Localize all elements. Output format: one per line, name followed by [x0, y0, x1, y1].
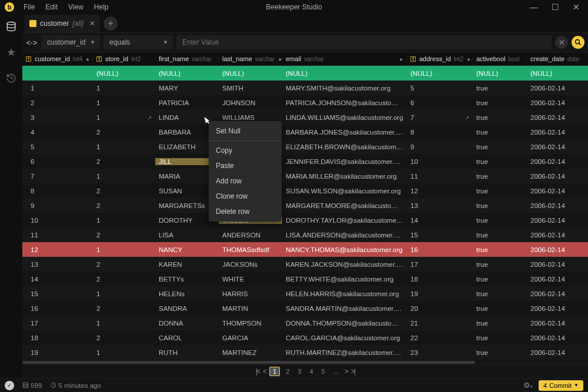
table-cell[interactable]: 11 [407, 173, 473, 180]
context-paste[interactable]: Paste [209, 158, 282, 173]
table-cell[interactable]: 2006-02-14 [527, 232, 580, 239]
table-row[interactable]: 92MARGARETSsMOORESMARGARET.MOORE@sakilac… [22, 198, 588, 213]
table-cell[interactable]: true [473, 217, 527, 224]
table-cell[interactable]: 9 [407, 143, 473, 150]
table-cell[interactable]: BETTYs [155, 276, 219, 283]
table-cell[interactable]: 16 [22, 305, 93, 312]
maximize-icon[interactable]: ☐ [548, 2, 562, 12]
table-cell[interactable]: LINDA.WILLIAMS@sakilacustomer.org [282, 114, 407, 121]
table-cell[interactable]: (NULL) [219, 70, 282, 77]
table-cell[interactable]: 19 [22, 349, 93, 356]
table-cell[interactable]: 1 [93, 246, 155, 253]
table-row[interactable]: (NULL)(NULL)(NULL)(NULL)(NULL)(NULL)(NUL… [22, 66, 588, 81]
table-cell[interactable]: true [473, 158, 527, 165]
commit-button[interactable]: 4 Commit ▼ [539, 380, 583, 391]
column-header-store_id[interactable]: ⚿store_idint2 [93, 55, 155, 62]
star-icon[interactable]: ★ [5, 46, 18, 59]
table-cell[interactable]: (NULL) [155, 70, 219, 77]
table-cell[interactable]: HELEN.HARRIS@sakilacustomer.org [282, 290, 407, 297]
menu-file[interactable]: File [24, 3, 35, 11]
table-cell[interactable]: true [473, 129, 527, 136]
table-cell[interactable]: 2006-02-14 [527, 129, 580, 136]
table-cell[interactable]: CAROL.GARCIA@sakilacustomer.org [282, 334, 407, 341]
table-cell[interactable]: 11 [22, 232, 93, 239]
table-cell[interactable]: JOHNSON [219, 99, 282, 106]
table-cell[interactable]: 2 [93, 202, 155, 209]
table-cell[interactable]: 6 [407, 99, 473, 106]
table-cell[interactable]: true [473, 334, 527, 341]
connection-ok-icon[interactable]: ✓ [5, 381, 14, 390]
history-icon[interactable] [5, 72, 18, 85]
table-cell[interactable]: 2006-02-14 [527, 143, 580, 150]
table-cell[interactable]: 10 [407, 158, 473, 165]
table-cell[interactable]: MARTINEZ [219, 349, 282, 356]
table-cell[interactable]: 19 [407, 290, 473, 297]
table-cell[interactable]: 2 [93, 129, 155, 136]
table-cell[interactable]: 2006-02-14 [527, 305, 580, 312]
table-cell[interactable]: true [473, 173, 527, 180]
table-cell[interactable]: 2 [93, 187, 155, 195]
table-cell[interactable]: RUTH.MARTINEZ@sakilacustomer.org [282, 349, 407, 356]
table-cell[interactable]: 1 [93, 349, 155, 356]
table-cell[interactable]: KAREN [155, 261, 219, 268]
table-cell[interactable]: 2 [93, 276, 155, 283]
table-cell[interactable]: LISA [155, 232, 219, 239]
table-row[interactable]: 182CAROLGARCIACAROL.GARCIA@sakilacustome… [22, 330, 588, 345]
table-cell[interactable]: 2 [93, 305, 155, 312]
table-cell[interactable]: DONNA [155, 320, 219, 327]
apply-filter-button[interactable] [572, 36, 584, 49]
table-cell[interactable]: 2006-02-14 [527, 217, 580, 224]
tab-add-button[interactable]: + [103, 16, 118, 31]
table-cell[interactable]: MARGARET.MOORE@sakilacustomer.org [282, 202, 407, 209]
page-first-icon[interactable]: |< [256, 367, 259, 376]
close-icon[interactable]: ✕ [569, 2, 583, 12]
table-cell[interactable]: SMITH [219, 85, 282, 92]
table-cell[interactable]: 5 [407, 85, 473, 92]
table-cell[interactable]: PATRICIA [155, 99, 219, 106]
table-row[interactable]: 142BETTYsWHITEBETTY.WHITE@sakilacustomer… [22, 272, 588, 286]
table-row[interactable]: 121NANCYTHOMASsdfsdfNANCY.THOMAS@sakilac… [22, 242, 588, 257]
table-cell[interactable]: MARY.SMITH@sakilacustomer.org [282, 85, 407, 92]
table-cell[interactable]: 4 [22, 129, 93, 136]
context-copy[interactable]: Copy [209, 143, 282, 158]
table-cell[interactable]: 2 [93, 334, 155, 341]
page-3[interactable]: 3 [295, 368, 303, 375]
column-header-address_id[interactable]: ⚿address_idint2▲ [407, 55, 473, 62]
table-cell[interactable]: 3 [22, 114, 93, 121]
filter-column-select[interactable]: customer_id ▼ [41, 35, 100, 49]
table-cell[interactable]: 10 [22, 217, 93, 224]
table-cell[interactable]: true [473, 246, 527, 253]
table-cell[interactable]: MARY [155, 85, 219, 92]
table-cell[interactable]: true [473, 320, 527, 327]
table-cell[interactable]: 2 [22, 99, 93, 106]
table-cell[interactable]: true [473, 143, 527, 150]
table-cell[interactable]: true [473, 261, 527, 268]
table-cell[interactable]: 2 [93, 232, 155, 239]
menu-edit[interactable]: Edit [45, 3, 58, 11]
table-cell[interactable]: 23 [407, 349, 473, 356]
tab-customer[interactable]: customer [all] ✕ [25, 15, 100, 32]
table-cell[interactable]: 2006-02-14 [527, 99, 580, 106]
table-cell[interactable]: (NULL) [407, 70, 473, 77]
tab-close-icon[interactable]: ✕ [89, 19, 95, 28]
table-cell[interactable]: 1 [93, 143, 155, 150]
table-cell[interactable]: 14 [22, 276, 93, 283]
table-row[interactable]: 42BARBARAJONESBARBARA.JONES@sakilacustom… [22, 125, 588, 139]
table-cell[interactable]: 1 [93, 173, 155, 180]
table-cell[interactable]: MARIA.MILLER@sakilacustomer.org [282, 173, 407, 180]
table-cell[interactable]: JACKSONs [219, 261, 282, 268]
table-row[interactable]: 162SANDRAMARTINSANDRA.MARTIN@sakilacusto… [22, 301, 588, 316]
table-cell[interactable]: 2006-02-14 [527, 173, 580, 180]
column-header-create_date[interactable]: create_datedate [527, 55, 580, 62]
table-row[interactable]: 62JILLDAVISJENNIFER.DAVIS@sakilacustomer… [22, 154, 588, 169]
table-cell[interactable]: NANCY [155, 246, 219, 253]
table-cell[interactable]: LISA.ANDERSON@sakilacustomer.org [282, 232, 407, 239]
table-row[interactable]: 171DONNATHOMPSONDONNA.THOMPSON@sakilacus… [22, 316, 588, 330]
table-cell[interactable]: 18 [22, 334, 93, 341]
page-next-icon[interactable]: > [345, 367, 348, 376]
table-cell[interactable]: DONNA.THOMPSON@sakilacustomer.org [282, 320, 407, 327]
table-row[interactable]: 21PATRICIAJOHNSONPATRICIA.JOHNSON@sakila… [22, 95, 588, 110]
table-cell[interactable]: (NULL) [473, 70, 527, 77]
table-cell[interactable]: 7↗ [407, 114, 473, 121]
table-row[interactable]: 101DOROTHYTAYLORDOROTHY.TAYLOR@sakilacus… [22, 213, 588, 227]
